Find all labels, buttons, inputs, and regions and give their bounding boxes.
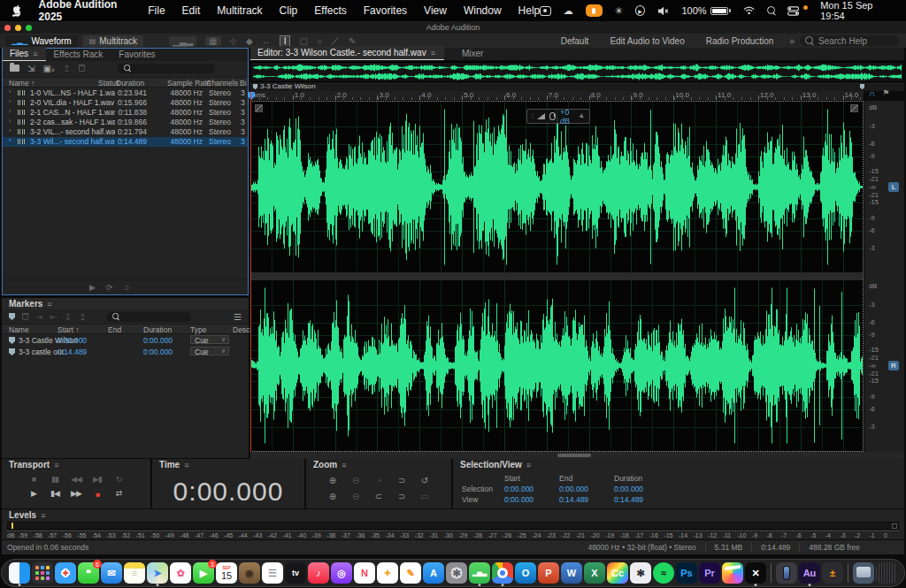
screen-recorder-icon[interactable] (540, 6, 550, 16)
sv-duration-value[interactable]: 0:14.489 (614, 494, 669, 505)
dock-icon-messages[interactable]: ❝6 (78, 562, 99, 584)
add-marker-icon[interactable] (9, 313, 15, 320)
workspace-button-edit-audio-to-video[interactable]: Edit Audio to Video (610, 36, 684, 46)
dock-icon-launchpad[interactable] (32, 562, 53, 584)
menu-item-edit[interactable]: Edit (182, 4, 201, 17)
hud-drag-handle[interactable]: ⁞ (532, 112, 533, 120)
dock-icon-photoshop[interactable]: Ps (676, 562, 697, 584)
move-tool-icon[interactable]: ⊹ (230, 36, 237, 46)
paintbrush-tool-icon[interactable]: ／ (331, 34, 340, 47)
waveform-view-button[interactable]: ▁▃▂ (169, 36, 196, 46)
dock-icon-chrome[interactable] (492, 562, 513, 584)
dock-icon-screenshot-file[interactable] (853, 562, 874, 584)
panel-menu-icon[interactable]: ≡ (431, 49, 435, 57)
delete-file-icon[interactable] (79, 65, 85, 72)
apple-logo-icon[interactable] (12, 4, 22, 17)
volume-hud[interactable]: ⁞ +0 dB ➤ (526, 109, 590, 124)
editor-h-scrollbar[interactable] (250, 452, 904, 459)
expand-chevron-icon[interactable]: › (9, 137, 11, 143)
scrollbar-handle[interactable] (557, 454, 591, 457)
pause-button[interactable]: ▮▮ (44, 475, 65, 484)
timeline-ruler[interactable]: hms 1.02.03.04.05.06.07.08.09.010.011.01… (250, 91, 864, 101)
dock-icon-facetime[interactable]: ▶3 (193, 562, 214, 584)
spot-healing-tool-icon[interactable]: ✎ (349, 36, 356, 46)
menu-item-window[interactable]: Window (464, 4, 502, 17)
wifi-icon[interactable] (743, 6, 755, 15)
marker-type-select[interactable]: Cue∨ (190, 335, 229, 344)
marquee-selection-tool-icon[interactable]: ▢ (299, 36, 307, 46)
fast-forward-button[interactable]: ▶▶ (65, 489, 87, 500)
dock-icon-word[interactable]: W (561, 562, 582, 584)
zoom-left-edge-button[interactable]: ⊂ (367, 492, 390, 501)
column-header-bi[interactable]: Bi (240, 79, 247, 88)
markers-column-headers[interactable]: NameStart ↑EndDurationTypeDescr (2, 324, 249, 334)
loop-preview-icon[interactable]: ⟳ (106, 283, 113, 292)
file-row[interactable]: ›3-2 VIL...- second half.wav0:21.7944800… (3, 127, 248, 137)
go-to-start-button[interactable]: ▮◀ (44, 489, 65, 500)
rewind-button[interactable]: ◀◀ (65, 475, 87, 484)
column-header-duration[interactable]: Duration (143, 325, 172, 334)
clip-indicator[interactable] (892, 523, 897, 529)
dock-icon-excel[interactable]: X (584, 562, 605, 584)
zoom-in-time-button[interactable]: ⊕ (321, 476, 344, 485)
time-selection-tool-icon[interactable]: I (280, 35, 291, 47)
files-search-field[interactable] (118, 64, 215, 73)
column-header-duration[interactable]: Duration (116, 79, 144, 88)
dock-icon-safari[interactable]: ✦ (55, 562, 76, 584)
gain-knob[interactable] (549, 112, 556, 120)
sv-start-value[interactable]: 0:00.000 (504, 494, 559, 505)
panel-menu-icon[interactable]: ≡ (47, 300, 51, 309)
file-row[interactable]: ›2-0 VIL.dia - HALF 1.wav0:15.96648000 H… (3, 98, 248, 108)
dock-icon-freeform[interactable]: ✦ (377, 562, 398, 584)
menu-clock[interactable]: Mon 15 Sep 19:54 (820, 0, 895, 21)
mute-icon[interactable] (657, 6, 669, 16)
skip-selection-button[interactable]: ⇄ (108, 489, 129, 500)
dock-icon-photos[interactable]: ✿ (170, 562, 191, 584)
marker-row[interactable]: 3-3 castle out0:14.4890:00.000Cue∨ (2, 346, 249, 357)
play-button[interactable]: ▶ (23, 489, 44, 500)
window-title-bar[interactable]: Adobe Audition (0, 21, 906, 34)
sv-start-value[interactable]: 0:00.000 (504, 484, 559, 494)
insert-into-multitrack-icon[interactable]: ↥ (63, 64, 70, 73)
menu-item-effects[interactable]: Effects (314, 4, 346, 17)
dock-icon-podcasts[interactable]: ◎ (331, 562, 352, 584)
loop-playback-button[interactable]: ↻ (108, 475, 129, 484)
gain-value[interactable]: +0 dB (560, 108, 574, 126)
auto-play-icon[interactable]: ♫ (123, 283, 129, 292)
file-row[interactable]: ›2-1 CAS...N - HALF 1.wav0:11.83848000 H… (3, 108, 248, 118)
expand-chevron-icon[interactable]: › (9, 88, 11, 95)
record-button[interactable]: ● (87, 489, 108, 500)
export-marker-icon[interactable]: ↧ (65, 312, 72, 322)
dock-icon-creative-cloud[interactable]: Cc (607, 562, 628, 584)
battery-indicator[interactable]: 100% (681, 5, 730, 16)
dock-icon-chatgpt[interactable]: ✻ (630, 562, 651, 584)
panel-menu-icon[interactable]: ≡ (526, 461, 531, 470)
marker-strip-label[interactable]: 3-3 Castle Wilson (260, 82, 316, 90)
stop-button[interactable]: ■ (23, 475, 44, 484)
marker-strip[interactable]: 3-3 Castle Wilson (250, 82, 904, 91)
dock-icon-capcut[interactable]: ✕ (745, 562, 766, 584)
zoom-out-time-button[interactable]: ⊖ (344, 476, 367, 485)
play-circle-icon[interactable]: ▶ (635, 5, 645, 16)
loop-selection-icon[interactable]: ∩ (869, 88, 875, 98)
waveform-display[interactable] (250, 101, 864, 452)
column-header-descr[interactable]: Descr (233, 325, 252, 334)
column-header-end[interactable]: End (108, 325, 121, 334)
dock-icon-notes[interactable]: ≡ (124, 562, 145, 584)
menu-item-favorites[interactable]: Favorites (364, 4, 407, 17)
microphone-in-use-indicator[interactable] (586, 4, 603, 17)
slip-tool-icon[interactable]: ↔ (262, 36, 271, 46)
file-row[interactable]: ›1-0 VIL...NS - HALF 1.wav0:23.94148000 … (3, 88, 248, 98)
menu-item-multitrack[interactable]: Multitrack (217, 4, 262, 17)
markers-title-bar[interactable]: Markers≡ (2, 298, 249, 309)
tab-editor[interactable]: Editor: 3-3 Wilson Castle.- second half.… (250, 46, 444, 60)
file-row[interactable]: ›2-2 cas...sak - HALF 1.wav0:19.86648000… (3, 118, 248, 127)
panel-menu-icon[interactable]: ≡ (33, 50, 37, 58)
channel-badge-r[interactable]: R (888, 361, 899, 370)
workspace-button-default[interactable]: Default (561, 36, 589, 46)
expand-chevron-icon[interactable]: › (9, 98, 11, 104)
dock-icon-calendar[interactable]: SEP15 (216, 562, 237, 584)
pin-hud-icon[interactable]: ➤ (577, 111, 587, 121)
dock-icon-spotify[interactable]: ≈ (653, 562, 674, 584)
panel-menu-icon[interactable]: ≡ (342, 461, 346, 470)
